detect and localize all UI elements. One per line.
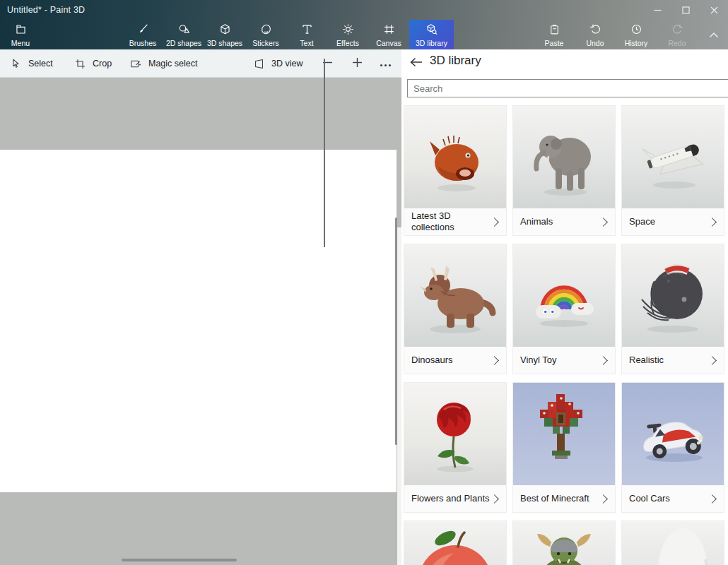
tab-label: Text — [300, 40, 313, 47]
chevron-up-icon — [709, 28, 719, 41]
tab-3d-shapes[interactable]: 3D shapes — [204, 20, 245, 49]
chevron-right-icon — [599, 356, 608, 365]
tab-2d-shapes[interactable]: 2D shapes — [163, 20, 204, 49]
back-button[interactable] — [407, 55, 425, 72]
tab-label: Brushes — [129, 40, 157, 47]
card-cool-cars[interactable]: Cool Cars — [622, 383, 724, 512]
card-dinosaurs[interactable]: Dinosaurs — [404, 244, 506, 374]
tab-3d-library[interactable]: 3D library — [409, 20, 454, 49]
crop-icon — [74, 58, 86, 70]
effects-sun-icon — [341, 23, 355, 37]
text-icon — [300, 23, 314, 37]
menu-label: Menu — [11, 40, 30, 47]
card-image — [404, 244, 506, 347]
redo-icon — [671, 23, 684, 37]
canvas-horizontal-scrollbar[interactable] — [122, 559, 237, 561]
card-image — [404, 383, 506, 485]
chevron-right-icon — [490, 494, 499, 504]
chevron-right-icon — [599, 494, 608, 504]
3d-view-tool[interactable]: 3D view — [253, 49, 303, 78]
ribbon-right-tools: Paste Undo History — [534, 20, 698, 49]
paste-button[interactable]: Paste — [534, 20, 575, 49]
card-image — [513, 244, 615, 347]
ribbon-tools: Brushes 2D shapes 3D shapes — [122, 20, 454, 49]
history-icon — [630, 23, 643, 37]
card-image — [404, 521, 506, 565]
tab-label: Effects — [336, 40, 359, 47]
more-options-button[interactable] — [375, 49, 396, 78]
undo-button[interactable]: Undo — [575, 20, 616, 49]
category-label: Dinosaurs — [411, 355, 491, 366]
3d-view-icon — [253, 58, 265, 70]
tab-brushes[interactable]: Brushes — [122, 20, 163, 49]
panel-vertical-scrollbar[interactable] — [324, 59, 325, 247]
tab-label: Canvas — [376, 40, 401, 47]
magic-select-tool[interactable]: Magic select — [129, 49, 197, 78]
canvas-vertical-scrollbar[interactable] — [395, 218, 397, 445]
tab-label: Stickers — [252, 40, 278, 47]
chevron-right-icon — [490, 356, 499, 365]
top-chrome: Untitled* - Paint 3D — [0, 0, 728, 49]
menu-button[interactable]: Menu — [4, 20, 37, 49]
tab-text[interactable]: Text — [286, 20, 327, 49]
crop-tool[interactable]: Crop — [74, 49, 112, 78]
minecraft-tree-model — [513, 383, 615, 485]
search-input[interactable] — [407, 79, 728, 97]
card-image — [513, 521, 615, 565]
titlebar: Untitled* - Paint 3D — [0, 0, 728, 20]
card-apple[interactable] — [404, 521, 506, 565]
elephant-model — [513, 106, 615, 208]
select-tool[interactable]: Select — [10, 49, 53, 78]
card-ogre[interactable] — [513, 521, 615, 565]
card-animals[interactable]: Animals — [513, 106, 615, 235]
collapse-ribbon-button[interactable] — [704, 25, 724, 44]
triceratops-model — [404, 244, 506, 347]
menu-icon — [14, 23, 28, 37]
card-label-row: Space — [622, 208, 724, 235]
card-latest-3d-collections[interactable]: Latest 3D collections — [404, 106, 506, 235]
minimize-button[interactable] — [643, 0, 671, 20]
card-vinyl-toy[interactable]: Vinyl Toy — [513, 244, 615, 374]
card-label-row: Realistic — [622, 347, 724, 374]
minimize-icon — [654, 6, 662, 14]
tab-stickers[interactable]: Stickers — [245, 20, 286, 49]
tab-effects[interactable]: Effects — [327, 20, 368, 49]
category-label: Animals — [520, 216, 600, 227]
chevron-right-icon — [708, 218, 717, 227]
cursor-icon — [10, 58, 22, 70]
zoom-out-button[interactable] — [317, 49, 338, 78]
tab-label: 2D shapes — [166, 40, 201, 47]
category-label: Cool Cars — [629, 493, 709, 504]
close-button[interactable] — [700, 0, 728, 20]
card-best-of-minecraft[interactable]: Best of Minecraft — [513, 383, 615, 512]
magic-select-label: Magic select — [148, 59, 197, 69]
tab-canvas[interactable]: Canvas — [368, 20, 409, 49]
2d-shapes-icon — [177, 23, 191, 37]
panel-header: 3D library — [401, 49, 728, 78]
tab-label: 3D library — [416, 40, 447, 47]
drawing-canvas[interactable] — [0, 150, 397, 492]
tool-label: Undo — [586, 40, 604, 47]
space-shuttle-model — [622, 106, 724, 208]
zoom-in-button[interactable] — [346, 49, 368, 78]
mannequin-head-model — [622, 521, 724, 565]
maximize-button[interactable] — [671, 0, 700, 20]
3d-library-panel: 3D library — [401, 49, 728, 565]
select-label: Select — [28, 59, 53, 69]
panel-title: 3D library — [430, 54, 481, 68]
ogre-model — [513, 521, 615, 565]
category-label: Flowers and Plants — [411, 493, 491, 504]
card-label-row: Flowers and Plants — [404, 485, 506, 512]
more-ellipsis-icon — [380, 57, 392, 70]
category-label: Vinyl Toy — [520, 355, 600, 366]
card-mannequin-head[interactable] — [622, 521, 724, 565]
history-button[interactable]: History — [616, 20, 657, 49]
redo-button[interactable]: Redo — [657, 20, 698, 49]
card-image — [513, 106, 615, 208]
card-space[interactable]: Space — [622, 106, 724, 235]
football-helmet-model — [622, 244, 724, 347]
card-realistic[interactable]: Realistic — [622, 244, 724, 374]
card-label-row: Animals — [513, 208, 615, 235]
card-flowers-and-plants[interactable]: Flowers and Plants — [404, 383, 506, 512]
close-icon — [710, 6, 718, 14]
